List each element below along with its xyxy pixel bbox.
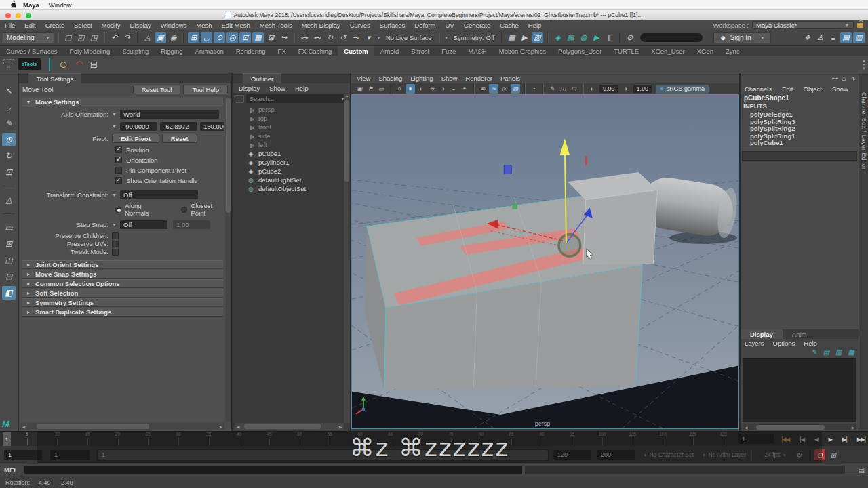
checkbox-row[interactable]: Pin Component Pivot [115, 166, 224, 174]
checkbox[interactable] [115, 146, 122, 153]
shelf-tab[interactable]: XGen_User [645, 46, 691, 56]
textured-icon[interactable]: ◐ [416, 84, 426, 94]
save-scene-icon[interactable]: ◳ [88, 32, 100, 43]
checkbox-row[interactable]: Position [115, 146, 224, 154]
shelf-tab[interactable]: Sculpting [116, 46, 155, 56]
tool-settings-vscrollbar[interactable] [226, 96, 231, 422]
checkbox[interactable] [115, 167, 122, 174]
outliner-menu-item[interactable]: Display [239, 85, 260, 92]
shelf-tab[interactable]: MASH [462, 46, 492, 56]
rotate-tool-icon[interactable]: ↻ [2, 149, 16, 163]
playback-start-field[interactable]: 1 [50, 450, 90, 460]
reset-tool-button[interactable]: Reset Tool [133, 85, 181, 94]
menu-item[interactable]: Select [69, 22, 96, 29]
playback-end-field[interactable]: 120 [553, 450, 591, 460]
step-snap-amount-field[interactable]: 1.00 [173, 220, 210, 229]
menu-item[interactable]: Display [125, 22, 156, 29]
highlight-affected-icon[interactable]: ↪ [278, 32, 290, 43]
shelf-tab[interactable]: FX Caching [292, 46, 338, 56]
input-node[interactable]: polySplitRing2 [750, 125, 859, 132]
connections-menu-icon[interactable]: ▾ [363, 32, 374, 43]
shelf-tab[interactable]: Motion Graphics [493, 46, 552, 56]
channel-box-menu-item[interactable]: Edit [782, 85, 793, 93]
render-view-icon[interactable]: ▤ [565, 32, 576, 43]
outliner-item[interactable]: pCylinder1 [233, 158, 344, 167]
color-management-button[interactable]: ● sRGB gamma [656, 85, 709, 94]
smooth-shade-icon[interactable]: ● [406, 84, 415, 94]
outliner-item[interactable]: side [233, 131, 344, 140]
macos-app-menu[interactable]: Maya [23, 1, 39, 9]
layer-editor-menu-item[interactable]: Options [773, 340, 795, 347]
input-node[interactable]: polyCube1 [750, 139, 859, 146]
gamma-field[interactable]: 1.00 [633, 85, 652, 93]
apple-logo-icon[interactable] [9, 1, 16, 9]
autokey-icon[interactable]: ⊙ [814, 449, 825, 460]
layout-four-icon[interactable]: ⊞ [2, 237, 16, 251]
layer-editor-menu-item[interactable]: Help [804, 340, 817, 347]
layer-editor-tab[interactable]: Display [741, 329, 783, 339]
checkbox[interactable] [115, 177, 122, 184]
outliner-filter-icon[interactable] [235, 95, 244, 103]
minimize-window-icon[interactable] [16, 13, 21, 18]
channel-box-menu-item[interactable]: Show [832, 85, 848, 93]
lock-workspace-icon[interactable] [857, 23, 863, 28]
time-slider[interactable]: 5101520253035404550556065707580859095100… [0, 431, 868, 446]
shelf-tab[interactable]: Fuze [435, 46, 462, 56]
motion-blur-icon[interactable]: ◓ [460, 84, 469, 94]
modeling-toolkit-icon[interactable]: ❖ [802, 32, 813, 43]
undo-icon[interactable]: ↶ [108, 32, 120, 43]
menu-item[interactable]: Edit Mesh [217, 22, 255, 29]
gamma-toggle-icon[interactable]: ◑ [621, 84, 631, 94]
section-header[interactable]: Soft Selection [22, 289, 223, 298]
menu-item[interactable]: Create [41, 22, 70, 29]
layer-new-selected-icon[interactable]: ▥ [835, 348, 842, 356]
snap-grid-icon[interactable]: ⊞ [188, 32, 199, 43]
shelf-scroll-arrows[interactable]: ▲●▼ [862, 58, 866, 70]
range-bar[interactable]: 1 [96, 449, 549, 461]
outliner-item[interactable]: defaultLightSet [233, 176, 344, 184]
cb-graph-icon[interactable]: ∿ [850, 75, 856, 82]
menu-item[interactable]: Cache [495, 22, 523, 29]
viewport-menu-item[interactable]: Panels [500, 75, 526, 82]
exposure-field[interactable]: 0.00 [599, 85, 618, 93]
zoom-window-icon[interactable] [26, 13, 31, 18]
animation-end-field[interactable]: 200 [597, 450, 635, 460]
channel-box-side-tab[interactable]: Channel Box / Layer Editor [859, 73, 868, 431]
atools-shelf-button[interactable]: aTools [18, 58, 41, 70]
chevron-down-icon[interactable]: ▼ [112, 112, 120, 117]
attribute-editor-icon[interactable]: ≡ [827, 32, 839, 43]
humanik-icon[interactable]: ♙ [814, 32, 826, 43]
use-lights-icon[interactable]: ☀ [427, 84, 437, 94]
layer-editor-hscrollbar[interactable]: ◀▶ [743, 424, 856, 430]
layout-three-icon[interactable]: ⊟ [2, 270, 16, 283]
cb-spread-icon[interactable]: ⊶ [831, 75, 838, 82]
viewport-menu-item[interactable]: Lighting [410, 75, 439, 82]
menu-item[interactable]: Mesh Tools [255, 22, 297, 29]
shelf-tab[interactable]: Arnold [374, 46, 405, 56]
step-snap-dropdown[interactable]: Off [120, 220, 167, 229]
resolution-gate-icon[interactable]: ◻ [569, 84, 578, 94]
symmetry-label[interactable]: Symmetry: Off [453, 34, 494, 41]
image-plane-icon[interactable]: ▭ [376, 84, 386, 94]
channel-box-menu-item[interactable]: Channels [745, 85, 772, 93]
outliner-item[interactable]: left [233, 140, 344, 149]
select-object-icon[interactable]: ▣ [155, 32, 166, 43]
menu-item[interactable]: Edit [20, 22, 40, 29]
checkbox-row[interactable]: Show Orientation Handle [115, 176, 224, 184]
outliner-item[interactable]: persp [233, 105, 344, 114]
menu-item[interactable]: Modify [97, 22, 125, 29]
camera-attributes-icon[interactable]: ▣ [355, 84, 364, 94]
section-header[interactable]: Smart Duplicate Settings [22, 308, 223, 317]
axis-orientation-dropdown[interactable]: World [120, 110, 219, 119]
wireframe-icon[interactable]: ○ [395, 84, 404, 94]
multisample-icon[interactable]: ≋ [478, 84, 488, 94]
outliner-item[interactable]: defaultObjectSet [233, 184, 344, 193]
shelf-tab[interactable]: FX [272, 46, 292, 56]
chevron-down-icon[interactable]: ▼ [444, 35, 449, 40]
shelf-tab[interactable]: TURTLE [608, 46, 645, 56]
node-name[interactable]: pCubeShape1 [744, 94, 789, 102]
shelf-tab[interactable]: Custom [338, 46, 374, 56]
section-header[interactable]: Move Snap Settings [22, 270, 223, 279]
ipr-render-icon[interactable]: ▶ [519, 32, 530, 43]
select-tool-icon[interactable]: ↖ [2, 84, 16, 98]
